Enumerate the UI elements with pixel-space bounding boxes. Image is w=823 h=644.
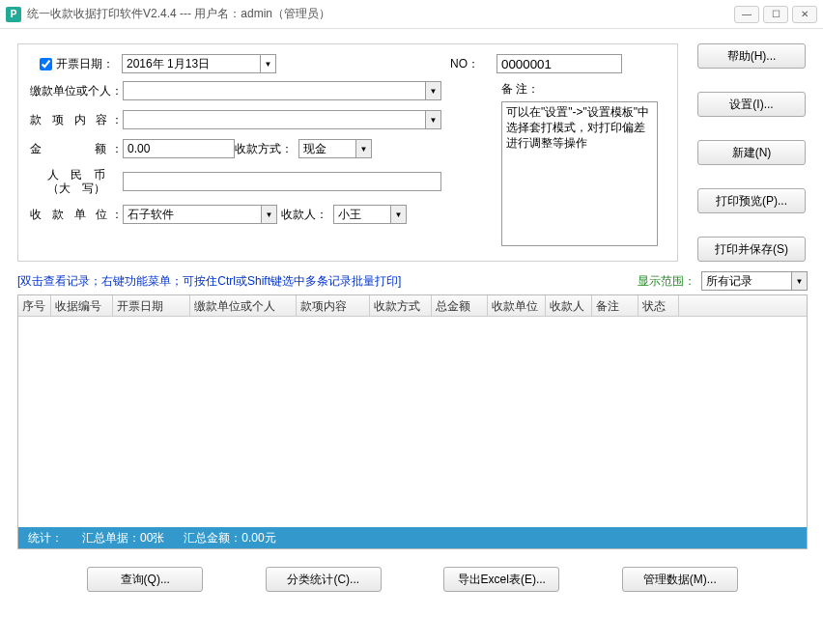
chevron-down-icon[interactable]: ▼ xyxy=(791,272,807,290)
summary-label: 统计： xyxy=(28,530,63,546)
amount-label: 金 额： xyxy=(30,141,123,157)
remark-col: 备 注： xyxy=(501,81,666,249)
paymode-combo[interactable]: 现金 ▼ xyxy=(298,139,372,158)
grid-col-header[interactable]: 状态 xyxy=(639,295,679,316)
grid-col-header[interactable]: 收据编号 xyxy=(51,295,113,316)
export-button[interactable]: 导出Excel表(E)... xyxy=(443,567,559,592)
grid-col-header[interactable]: 缴款单位或个人 xyxy=(190,295,297,316)
date-label: 开票日期： xyxy=(56,56,114,72)
paymode-label: 收款方式： xyxy=(235,141,298,157)
chevron-down-icon[interactable]: ▼ xyxy=(355,140,371,157)
manage-button[interactable]: 管理数据(M)... xyxy=(622,567,738,592)
titlebar: P 统一收款收据打印软件V2.4.4 --- 用户名：admin（管理员） — … xyxy=(0,0,823,29)
chevron-down-icon[interactable]: ▼ xyxy=(260,55,275,72)
row-date-no: 开票日期： 2016年 1月13日 ▼ NO： xyxy=(30,54,666,73)
payer-combo[interactable]: ▼ xyxy=(123,81,441,100)
date-value: 2016年 1月13日 xyxy=(127,56,210,72)
maximize-button[interactable]: ☐ xyxy=(763,6,788,23)
date-checkbox[interactable] xyxy=(40,58,52,70)
payee-unit-value: 石子软件 xyxy=(128,207,174,223)
sidebar-buttons: 帮助(H)... 设置(I)... 新建(N) 打印预览(P)... 打印并保存… xyxy=(697,43,806,262)
window-buttons: — ☐ ✕ xyxy=(734,6,817,23)
print-preview-button[interactable]: 打印预览(P)... xyxy=(697,188,806,213)
summary-count: 汇总单据：00张 xyxy=(82,530,164,546)
summary-amount: 汇总金额：0.00元 xyxy=(184,530,275,546)
grid-header: 序号收据编号开票日期缴款单位或个人款项内容收款方式总金额收款单位收款人备注状态 xyxy=(18,295,807,317)
new-button[interactable]: 新建(N) xyxy=(697,140,806,165)
form-panel: 开票日期： 2016年 1月13日 ▼ NO： 缴款单位或个人： ▼ 款 项 内… xyxy=(17,43,678,262)
grid-col-header[interactable]: 总金额 xyxy=(432,295,488,316)
chevron-down-icon[interactable]: ▼ xyxy=(425,111,440,128)
form-body: 缴款单位或个人： ▼ 款 项 内 容： ▼ 金 额： xyxy=(30,81,666,249)
remark-textarea[interactable] xyxy=(501,101,658,246)
print-save-button[interactable]: 打印并保存(S) xyxy=(697,237,806,262)
no-label: NO： xyxy=(450,56,479,72)
grid-col-header[interactable]: 备注 xyxy=(592,295,639,316)
item-combo[interactable]: ▼ xyxy=(123,110,441,129)
rmb-label: 人 民 币（大 写） xyxy=(30,168,123,195)
date-input[interactable]: 2016年 1月13日 ▼ xyxy=(122,54,276,73)
help-button[interactable]: 帮助(H)... xyxy=(697,43,806,69)
query-button[interactable]: 查询(Q)... xyxy=(87,567,203,592)
form-left: 缴款单位或个人： ▼ 款 项 内 容： ▼ 金 额： xyxy=(30,81,488,249)
window-title: 统一收款收据打印软件V2.4.4 --- 用户名：admin（管理员） xyxy=(27,6,734,22)
payee-label: 收款人： xyxy=(277,207,333,223)
rmb-input[interactable] xyxy=(123,172,441,191)
grid-col-header[interactable]: 款项内容 xyxy=(297,295,370,316)
payer-label: 缴款单位或个人： xyxy=(30,83,123,99)
chevron-down-icon[interactable]: ▼ xyxy=(390,206,406,223)
grid-body[interactable] xyxy=(18,317,807,527)
amount-input[interactable] xyxy=(123,139,235,158)
hint-row: [双击查看记录；右键功能菜单；可按住Ctrl或Shift键选中多条记录批量打印]… xyxy=(17,271,808,291)
settings-button[interactable]: 设置(I)... xyxy=(697,92,806,117)
records-grid: 序号收据编号开票日期缴款单位或个人款项内容收款方式总金额收款单位收款人备注状态 … xyxy=(17,294,808,549)
payee-unit-label: 收 款 单 位： xyxy=(30,207,123,223)
payee-unit-combo[interactable]: 石子软件 ▼ xyxy=(123,205,277,224)
app-icon: P xyxy=(6,7,21,22)
no-input[interactable] xyxy=(497,54,622,73)
chevron-down-icon[interactable]: ▼ xyxy=(261,206,276,223)
stats-button[interactable]: 分类统计(C)... xyxy=(266,567,382,592)
close-button[interactable]: ✕ xyxy=(792,6,817,23)
remark-label: 备 注： xyxy=(501,81,666,98)
grid-col-header[interactable]: 收款人 xyxy=(546,295,592,316)
payee-combo[interactable]: 小王 ▼ xyxy=(333,205,407,224)
grid-col-header[interactable]: 序号 xyxy=(18,295,51,316)
minimize-button[interactable]: — xyxy=(734,6,759,23)
range-combo[interactable]: 所有记录 ▼ xyxy=(701,271,808,291)
grid-summary: 统计： 汇总单据：00张 汇总金额：0.00元 xyxy=(18,527,807,548)
chevron-down-icon[interactable]: ▼ xyxy=(425,82,440,99)
range-label: 显示范围： xyxy=(638,273,695,290)
range-value: 所有记录 xyxy=(706,273,752,290)
grid-col-header[interactable]: 开票日期 xyxy=(113,295,190,316)
bottom-buttons: 查询(Q)... 分类统计(C)... 导出Excel表(E)... 管理数据(… xyxy=(17,567,808,592)
grid-col-header[interactable]: 收款方式 xyxy=(370,295,432,316)
payee-value: 小王 xyxy=(338,207,361,223)
content-area: 开票日期： 2016年 1月13日 ▼ NO： 缴款单位或个人： ▼ 款 项 内… xyxy=(0,29,823,602)
item-label: 款 项 内 容： xyxy=(30,112,123,128)
paymode-value: 现金 xyxy=(303,141,326,157)
grid-col-header[interactable]: 收款单位 xyxy=(488,295,546,316)
hint-text: [双击查看记录；右键功能菜单；可按住Ctrl或Shift键选中多条记录批量打印] xyxy=(17,273,401,290)
